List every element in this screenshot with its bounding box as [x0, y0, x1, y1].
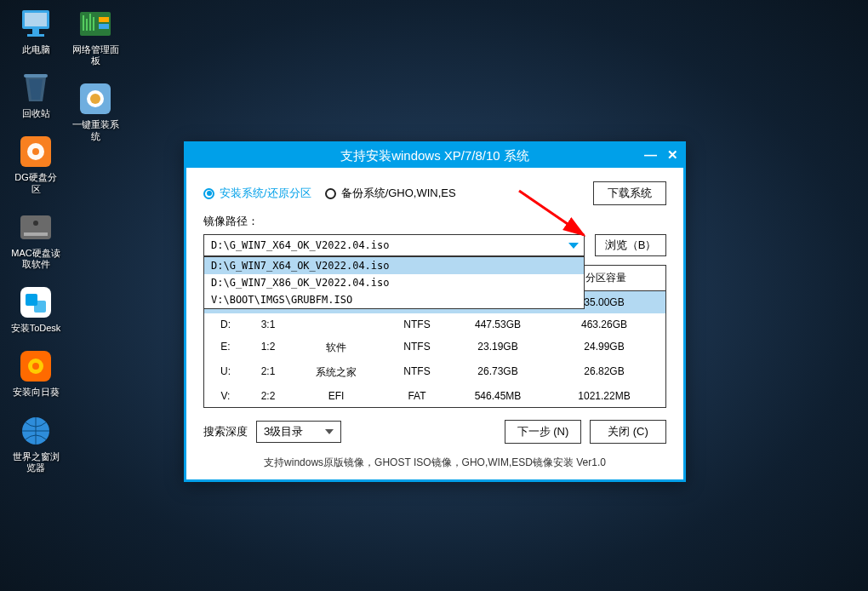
search-depth-label: 搜索深度	[203, 424, 248, 439]
search-depth-select[interactable]: 3级目录	[256, 421, 341, 443]
desktop-icon-label: MAC硬盘读取软件	[10, 248, 61, 270]
radio-backup[interactable]: 备份系统/GHO,WIN,ES	[325, 186, 456, 201]
svg-point-7	[32, 148, 39, 155]
desktop-icon-one-click-install[interactable]: 一键重装系统	[70, 82, 121, 141]
table-row[interactable]: V: 2:2 EFI FAT 546.45MB 1021.22MB	[204, 385, 665, 407]
download-system-button[interactable]: 下载系统	[593, 181, 666, 205]
radio-label: 备份系统/GHO,WIN,ES	[341, 186, 456, 201]
chevron-down-icon	[325, 429, 334, 434]
radio-install-restore[interactable]: 安装系统/还原分区	[203, 186, 311, 201]
desktop-icon-dg-partition[interactable]: DG硬盘分区	[10, 135, 61, 194]
table-row[interactable]: D: 3:1 NTFS 447.53GB 463.26GB	[204, 313, 665, 336]
select-value: 3级目录	[264, 424, 303, 439]
browse-button[interactable]: 浏览（B）	[595, 234, 666, 256]
network-panel-icon	[78, 9, 112, 39]
desktop-icons-col1: 此电脑 回收站 DG硬盘分区 MAC硬盘读取软件 安装ToDesk 安装向日葵 …	[10, 7, 61, 473]
desktop-icon-label: 回收站	[22, 108, 50, 119]
table-row[interactable]: U: 2:1 系统之家 NTFS 26.73GB 26.82GB	[204, 360, 665, 385]
next-button[interactable]: 下一步 (N)	[505, 420, 581, 444]
trash-icon	[20, 71, 51, 105]
dg-icon	[19, 135, 53, 169]
svg-rect-23	[99, 17, 109, 22]
mode-toolbar: 安装系统/还原分区 备份系统/GHO,WIN,ES 下载系统	[186, 168, 683, 214]
close-button[interactable]: ✕	[667, 147, 678, 163]
todesk-icon	[19, 285, 53, 319]
svg-rect-4	[24, 74, 48, 77]
sunflower-icon	[19, 349, 53, 383]
svg-rect-24	[99, 24, 109, 29]
globe-icon	[19, 414, 53, 448]
dropdown-item[interactable]: V:\BOOT\IMGS\GRUBFM.ISO	[204, 291, 584, 308]
desktop-icon-label: 安装向日葵	[13, 387, 60, 398]
desktop-icon-recycle-bin[interactable]: 回收站	[10, 71, 61, 119]
radio-label: 安装系统/还原分区	[220, 186, 311, 201]
table-row[interactable]: E: 1:2 软件 NTFS 23.19GB 24.99GB	[204, 336, 665, 360]
bottom-controls: 搜索深度 3级目录 下一步 (N) 关闭 (C)	[186, 408, 683, 456]
desktop-icon-sunflower[interactable]: 安装向日葵	[10, 349, 61, 398]
svg-rect-22	[93, 17, 94, 31]
desktop-icon-label: DG硬盘分区	[10, 172, 61, 194]
image-path-dropdown: D:\G_WIN7_X64_OK_V2022.04.iso D:\G_WIN7_…	[203, 256, 585, 309]
reinstall-icon	[78, 82, 112, 116]
svg-rect-21	[89, 14, 91, 31]
svg-point-27	[90, 94, 100, 104]
radio-icon	[325, 188, 336, 199]
image-path-combobox[interactable]: D:\G_WIN7_X64_OK_V2022.04.iso	[203, 234, 585, 256]
desktop-icon-todesk[interactable]: 安装ToDesk	[10, 285, 61, 334]
desktop-icon-mac-disk[interactable]: MAC硬盘读取软件	[10, 210, 61, 270]
window-title: 支持安装windows XP/7/8/10 系统	[340, 148, 529, 164]
desktop-icon-label: 安装ToDesk	[11, 323, 61, 334]
combobox-value: D:\G_WIN7_X64_OK_V2022.04.iso	[211, 239, 390, 251]
chevron-down-icon	[568, 243, 579, 249]
mac-disk-icon	[19, 210, 53, 244]
footer-text: 支持windows原版镜像，GHOST ISO镜像，GHO,WIM,ESD镜像安…	[186, 456, 683, 475]
desktop-icon-label: 一键重装系统	[70, 119, 121, 141]
svg-rect-20	[86, 19, 88, 31]
titlebar: 支持安装windows XP/7/8/10 系统 — ✕	[186, 144, 683, 168]
minimize-button[interactable]: —	[644, 147, 657, 163]
dropdown-item[interactable]: D:\G_WIN7_X86_OK_V2022.04.iso	[204, 274, 584, 291]
desktop-icon-label: 此电脑	[22, 44, 50, 55]
svg-rect-1	[25, 13, 47, 26]
svg-point-9	[33, 221, 38, 226]
radio-icon	[203, 188, 214, 199]
svg-point-16	[32, 363, 39, 370]
desktop-icons-col2: 网络管理面板 一键重装系统	[70, 7, 121, 142]
svg-rect-3	[27, 34, 44, 37]
desktop-icon-this-pc[interactable]: 此电脑	[10, 7, 61, 55]
image-path-label: 镜像路径：	[186, 214, 683, 234]
close-dialog-button[interactable]: 关闭 (C)	[590, 420, 666, 444]
desktop-icon-network-panel[interactable]: 网络管理面板	[70, 7, 121, 66]
svg-rect-19	[83, 15, 84, 31]
desktop-icon-label: 网络管理面板	[70, 44, 121, 66]
svg-rect-13	[34, 301, 46, 313]
monitor-icon	[19, 9, 53, 39]
dropdown-item[interactable]: D:\G_WIN7_X64_OK_V2022.04.iso	[204, 257, 584, 274]
desktop-icon-label: 世界之窗浏览器	[10, 451, 61, 473]
svg-rect-10	[24, 232, 48, 236]
svg-rect-2	[32, 29, 39, 34]
desktop-icon-world-browser[interactable]: 世界之窗浏览器	[10, 414, 61, 473]
installer-window: 支持安装windows XP/7/8/10 系统 — ✕ 安装系统/还原分区 备…	[184, 141, 686, 482]
